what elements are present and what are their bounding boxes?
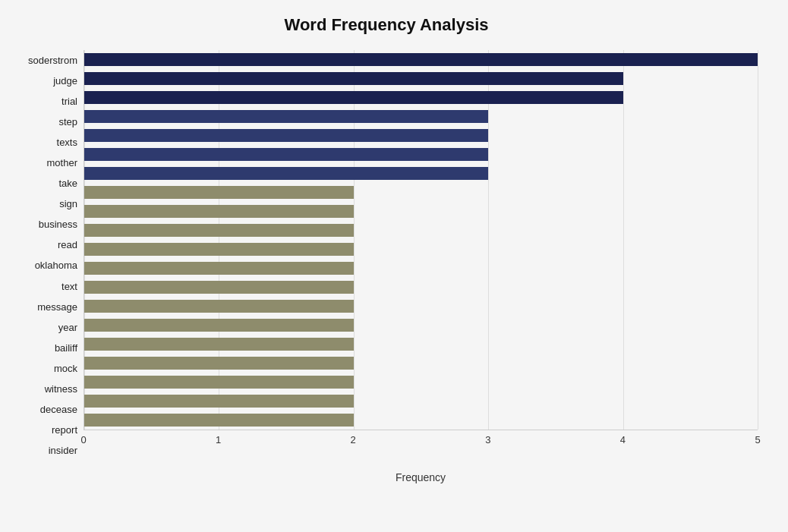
bar-row: [84, 50, 758, 69]
bar-row: [84, 240, 758, 259]
y-label: oklahoma: [35, 260, 77, 270]
y-label: year: [58, 323, 77, 332]
bar-row: [84, 88, 758, 107]
bar-row: [84, 373, 758, 392]
x-axis-label: Frequency: [396, 471, 446, 483]
y-label: soderstrom: [28, 55, 77, 65]
y-label: sign: [59, 199, 77, 209]
bar-row: [84, 259, 758, 278]
bar-row: [84, 411, 758, 430]
bar-row: [84, 126, 758, 145]
bar-row: [84, 164, 758, 183]
bar: [84, 300, 354, 313]
bar-row: [84, 354, 758, 373]
x-axis: Frequency 012345: [84, 430, 758, 461]
y-label: text: [61, 282, 77, 291]
y-label: trial: [61, 96, 77, 106]
bar: [84, 319, 354, 332]
bar-row: [84, 221, 758, 240]
chart-title: Word Frequency Analysis: [15, 15, 758, 35]
bar-row: [84, 392, 758, 411]
y-label: business: [39, 219, 77, 229]
bar: [84, 186, 354, 199]
y-label: bailiff: [55, 343, 77, 353]
bar: [84, 357, 354, 370]
bar: [84, 91, 623, 104]
y-label: message: [37, 302, 77, 312]
bar: [84, 414, 354, 427]
bar: [84, 224, 354, 237]
bars-and-xaxis: Frequency 012345: [84, 50, 758, 461]
bar-row: [84, 145, 758, 164]
x-tick: 5: [755, 434, 760, 445]
x-tick: 4: [620, 434, 626, 445]
bar-row: [84, 316, 758, 335]
bar: [84, 205, 354, 218]
chart-area: soderstromjudgetrialsteptextsmothertakes…: [15, 50, 758, 461]
bar: [84, 243, 354, 256]
x-tick: 0: [80, 434, 86, 445]
grid-line: [758, 50, 758, 430]
y-label: read: [58, 240, 77, 250]
bar-row: [84, 69, 758, 88]
bar-row: [84, 278, 758, 297]
bar-row: [84, 183, 758, 202]
bar-row: [84, 335, 758, 354]
y-label: step: [58, 117, 77, 127]
y-label: mother: [47, 158, 77, 168]
bar: [84, 72, 623, 85]
y-label: report: [52, 425, 77, 435]
bar: [84, 281, 354, 294]
y-label: judge: [53, 76, 77, 86]
chart-container: Word Frequency Analysis soderstromjudget…: [0, 0, 788, 532]
bar-row: [84, 107, 758, 126]
bar-row: [84, 297, 758, 316]
bar: [84, 53, 758, 66]
bar: [84, 262, 354, 275]
bar: [84, 129, 488, 142]
y-label: texts: [57, 137, 77, 147]
y-label: take: [58, 178, 77, 188]
bars-area: [84, 50, 758, 430]
bar: [84, 376, 354, 389]
y-label: mock: [54, 364, 77, 373]
x-tick: 1: [216, 434, 221, 445]
y-label: insider: [49, 445, 77, 455]
y-label: decease: [40, 405, 77, 414]
x-tick: 2: [351, 434, 356, 445]
y-labels: soderstromjudgetrialsteptextsmothertakes…: [15, 50, 84, 461]
bar: [84, 167, 488, 180]
x-tick: 3: [485, 434, 490, 445]
bar: [84, 338, 354, 351]
bar: [84, 110, 488, 123]
bar: [84, 148, 488, 161]
y-label: witness: [45, 384, 77, 394]
bar-row: [84, 202, 758, 221]
bar: [84, 395, 354, 408]
